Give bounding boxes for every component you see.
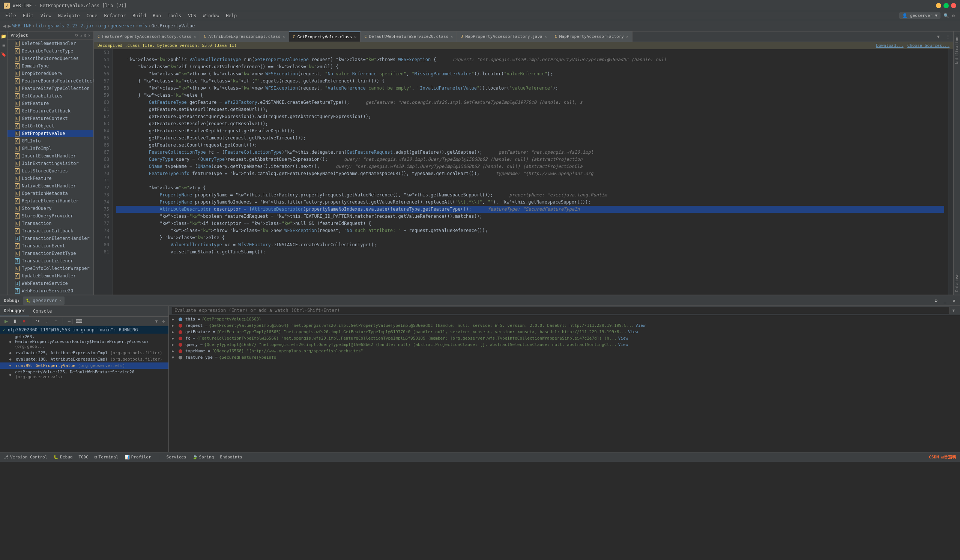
stop-btn[interactable]: ■ (20, 317, 28, 325)
sidebar-item-featuresizetypecollection[interactable]: CFeatureSizeTypeCollection (8, 85, 93, 92)
profiler-btn[interactable]: 📊 Profiler (125, 455, 151, 459)
debug-status-btn[interactable]: 🐛 Debug (53, 455, 72, 459)
pause-btn[interactable]: ⏸ (11, 317, 19, 325)
menu-view[interactable]: View (37, 12, 54, 19)
sidebar-item-typeinfocollectionwrapper[interactable]: CTypeInfoCollectionWrapper (8, 265, 93, 272)
debug-close-panel-btn[interactable]: ✕ (950, 297, 958, 304)
tab-getpropertyvalue-close[interactable]: ✕ (354, 35, 357, 39)
services-btn[interactable]: Services (166, 455, 186, 459)
terminal-btn[interactable]: ⊞ Terminal (94, 455, 118, 459)
structure-icon[interactable]: ≡ (0, 42, 7, 49)
var-item-3[interactable]: ▶fc = {FeatureCollectionTypeImpl@16566} … (169, 335, 960, 341)
sidebar-item-getgmlobject[interactable]: CGetGmlObject (8, 122, 93, 130)
console-tab[interactable]: Console (29, 306, 56, 316)
var-view-link[interactable]: View (618, 336, 628, 341)
sidebar-item-getcapabilities[interactable]: CGetCapabilities (8, 92, 93, 100)
sidebar-item-liststoredqueries[interactable]: CListStoredQueries (8, 167, 93, 175)
sidebar-item-getfeature[interactable]: CGetFeature (8, 100, 93, 107)
evaluate-expression-btn[interactable]: ⌨ (75, 317, 83, 325)
sidebar-settings-btn[interactable]: ⚙ (84, 33, 86, 38)
sidebar-item-transactioncallback[interactable]: CTransactionCallback (8, 227, 93, 235)
tab-mappropertyadessor[interactable]: J MapPropertyAccessorFactory.java ✕ (457, 32, 551, 42)
watch-input[interactable] (172, 306, 950, 314)
var-item-6[interactable]: ▼featureType = {SecuredFeatureTypeInfo (169, 354, 960, 361)
step-into-btn[interactable]: ↓ (43, 317, 51, 325)
sidebar-item-webfeatureservice20[interactable]: IWebFeatureService20 (8, 287, 93, 295)
database-btn[interactable]: Database (954, 272, 960, 293)
tab-defaultwebfeatureservice20-close[interactable]: ✕ (451, 35, 453, 38)
sidebar-item-describestoredqueries[interactable]: CDescribeStoredQueries (8, 55, 93, 62)
project-icon[interactable]: 📁 (0, 33, 7, 40)
menu-vcs[interactable]: VCS (185, 12, 199, 19)
tab-defaultwebfeatureservice20[interactable]: C DefaultWebFeatureService20.class ✕ (360, 32, 457, 42)
menu-tools[interactable]: Tools (165, 12, 184, 19)
nav-lib[interactable]: lib (36, 23, 44, 29)
sidebar-item-transactionelementhandler[interactable]: ITransactionElementHandler (8, 235, 93, 242)
sidebar-item-operationmetadata[interactable]: COperationMetadata (8, 190, 93, 197)
tab-featurepropertyaccessorfactory[interactable]: C FeaturePropertyAccessorFactory.class ✕ (94, 32, 200, 42)
notifications-btn[interactable]: Notifications (954, 33, 960, 65)
sidebar-item-webfeatureservice[interactable]: IWebFeatureService (8, 280, 93, 287)
resume-btn[interactable]: ▶ (2, 317, 10, 325)
endpoints-btn[interactable]: Endpoints (220, 455, 242, 459)
var-view-link[interactable]: View (618, 342, 628, 347)
nav-jar[interactable]: gs-wfs-2.23.2.jar (48, 23, 94, 29)
sidebar-item-storedquery[interactable]: CStoredQuery (8, 205, 93, 212)
settings-button[interactable]: ⚙ (952, 13, 955, 18)
sidebar-item-gmlinfoimpl[interactable]: CGMLInfoImpl (8, 145, 93, 152)
sidebar-item-transactionevent[interactable]: CTransactionEvent (8, 242, 93, 250)
tab-mappropertyadessorfactory[interactable]: C MapPropertyAccessorFactory ✕ (551, 32, 632, 42)
minimize-button[interactable] (936, 3, 941, 8)
todo-btn[interactable]: TODO (78, 455, 88, 459)
menu-refactor[interactable]: Refactor (101, 12, 129, 19)
watch-expand-btn[interactable]: ▼ (950, 308, 957, 313)
sidebar-item-getfeaturecontext[interactable]: CGetFeatureContext (8, 115, 93, 122)
sidebar-item-nativeelementhandler[interactable]: CNativeElementHandler (8, 182, 93, 190)
sidebar-item-replaceelementhandler[interactable]: CReplaceElementHandler (8, 197, 93, 205)
sidebar-item-deleteelementhandler[interactable]: CDeleteElementHandler (8, 40, 93, 47)
sidebar-item-transactioneventtype[interactable]: CTransactionEventType (8, 250, 93, 257)
nav-wfs[interactable]: wfs (139, 23, 147, 29)
tab-mappropertyadessorfactory-close[interactable]: ✕ (626, 35, 628, 38)
step-over-btn[interactable]: ↷ (34, 317, 42, 325)
frame-3[interactable]: → run:99, GetPropertyValue (org.geoserve… (0, 362, 168, 369)
nav-class[interactable]: GetPropertyValue (152, 23, 195, 29)
download-link[interactable]: Download... (876, 43, 904, 48)
sidebar-item-lockfeature[interactable]: CLockFeature (8, 175, 93, 182)
debug-filter-btn[interactable]: ▼ (154, 319, 160, 324)
debug-session-tab[interactable]: 🐛 geoserver ✕ (23, 297, 64, 305)
frame-1[interactable]: ◆ evaluate:225, AttributeExpressionImpl … (0, 350, 168, 356)
bookmarks-icon[interactable]: 🔖 (0, 51, 7, 58)
sidebar-item-dropstoredquery[interactable]: CDropStoredQuery (8, 70, 93, 77)
thread-main[interactable]: ✓ qtp36202360-119"@16,553 in group "main… (0, 326, 168, 333)
var-item-4[interactable]: ▶query = {QueryTypeImpl@16567} "net.open… (169, 341, 960, 348)
tab-mappropertyadessor-close[interactable]: ✕ (545, 35, 547, 38)
sidebar-item-updateelementhandler[interactable]: CUpdateElementHandler (8, 272, 93, 280)
menu-code[interactable]: Code (84, 12, 101, 19)
var-item-1[interactable]: ▶request = {GetPropertyValueTypeImpl@165… (169, 322, 960, 329)
frame-4[interactable]: ◆ getPropertyValue:125, DefaultWebFeatur… (0, 369, 168, 380)
sidebar-sync-btn[interactable]: ⟳ (75, 33, 78, 38)
debug-minimize-btn[interactable]: _ (941, 297, 949, 304)
tab-getpropertyvalue[interactable]: C GetPropertyValue.class ✕ (289, 32, 361, 42)
tab-attributeexpressionimpl[interactable]: C AttributeExpressionImpl.class ✕ (200, 32, 289, 42)
step-out-btn[interactable]: ↑ (52, 317, 60, 325)
sidebar-item-insertelementhandler[interactable]: CInsertElementHandler (8, 152, 93, 160)
var-view-link[interactable]: View (635, 323, 646, 328)
version-control-btn[interactable]: ⎇ Version Control (4, 455, 47, 459)
menu-run[interactable]: Run (150, 12, 164, 19)
debug-settings-btn[interactable]: ⚙ (932, 297, 940, 304)
code-content[interactable]: 5354555657585960616263646566676869707172… (94, 49, 953, 295)
var-item-0[interactable]: ▶this = {GetPropertyValue@16563} (169, 316, 960, 322)
spring-btn[interactable]: 🍃 Spring (192, 455, 214, 459)
choose-sources-link[interactable]: Choose Sources... (907, 43, 949, 48)
search-button[interactable]: 🔍 (944, 13, 949, 18)
menu-build[interactable]: Build (130, 12, 149, 19)
var-view-link[interactable]: View (628, 329, 638, 334)
back-button[interactable]: ◀ (3, 23, 6, 29)
tab-attributeexpressionimpl-close[interactable]: ✕ (283, 35, 285, 38)
nav-webinf[interactable]: WEB-INF (12, 23, 32, 29)
run-to-cursor-btn[interactable]: →| (66, 317, 74, 325)
debug-settings-gear[interactable]: ⚙ (160, 319, 166, 324)
profile-button[interactable]: 👤 geoserver ▼ (899, 12, 940, 19)
